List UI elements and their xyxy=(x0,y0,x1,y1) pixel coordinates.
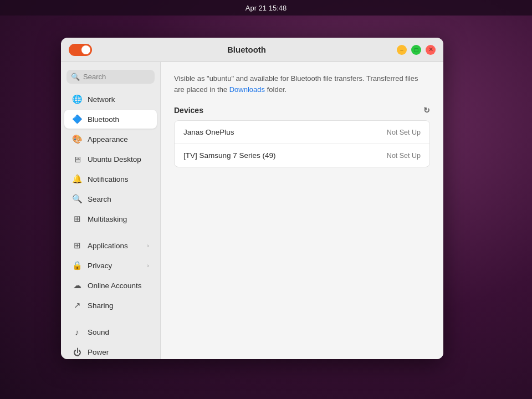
applications-icon: ⊞ xyxy=(72,241,82,250)
info-text-before-link: Visible as "ubuntu" and available for Bl… xyxy=(174,74,418,94)
device-status-1: Not Set Up xyxy=(387,152,421,160)
downloads-link[interactable]: Downloads xyxy=(229,85,265,94)
sidebar-item-bluetooth[interactable]: 🔷 Bluetooth xyxy=(64,110,157,129)
device-name-1: [TV] Samsung 7 Series (49) xyxy=(183,151,276,160)
device-name-0: Janas OnePlus xyxy=(183,128,234,136)
appearance-icon: 🎨 xyxy=(72,134,82,144)
sidebar-item-search[interactable]: 🔍 Search xyxy=(64,190,157,208)
info-paragraph: Visible as "ubuntu" and available for Bl… xyxy=(174,73,430,95)
bluetooth-icon: 🔷 xyxy=(72,114,82,124)
sidebar-item-privacy[interactable]: 🔒 Privacy › xyxy=(64,256,157,275)
taskbar-datetime: Apr 21 15:48 xyxy=(245,4,287,12)
ubuntu-desktop-icon: 🖥 xyxy=(72,154,82,164)
chevron-right-icon: › xyxy=(147,242,149,249)
maximize-button[interactable]: □ xyxy=(411,45,421,55)
search-icon: 🔍 xyxy=(71,73,80,81)
power-icon: ⏻ xyxy=(72,347,82,357)
sidebar-item-multitasking[interactable]: ⊞ Multitasking xyxy=(64,209,157,228)
search-input[interactable] xyxy=(83,73,150,81)
sidebar-item-notifications[interactable]: 🔔 Notifications xyxy=(64,170,157,188)
sidebar-item-ubuntu-desktop[interactable]: 🖥 Ubuntu Desktop xyxy=(64,150,157,168)
sound-icon: ♪ xyxy=(72,327,82,337)
sidebar-item-sharing[interactable]: ↗ Sharing xyxy=(64,296,157,315)
window-title: Bluetooth xyxy=(96,45,397,54)
main-content: Visible as "ubuntu" and available for Bl… xyxy=(161,62,443,359)
sidebar-item-power[interactable]: ⏻ Power xyxy=(64,342,157,359)
sharing-icon: ↗ xyxy=(72,300,82,310)
network-icon: 🌐 xyxy=(72,94,82,104)
search-bar[interactable]: 🔍 xyxy=(66,70,155,84)
search-sidebar-icon: 🔍 xyxy=(72,194,82,204)
devices-list: Janas OnePlus Not Set Up [TV] Samsung 7 … xyxy=(174,120,430,167)
notifications-icon: 🔔 xyxy=(72,174,82,184)
titlebar-controls: − □ ✕ xyxy=(397,45,436,55)
online-accounts-icon: ☁ xyxy=(72,280,82,290)
devices-section-title: Devices ↻ xyxy=(174,106,430,115)
device-row-1[interactable]: [TV] Samsung 7 Series (49) Not Set Up xyxy=(175,144,429,167)
sidebar-item-online-accounts[interactable]: ☁ Online Accounts xyxy=(64,276,157,295)
minimize-button[interactable]: − xyxy=(397,45,407,55)
sidebar-item-appearance[interactable]: 🎨 Appearance xyxy=(64,130,157,149)
multitasking-icon: ⊞ xyxy=(72,214,82,224)
device-status-0: Not Set Up xyxy=(387,129,421,136)
refresh-icon[interactable]: ↻ xyxy=(423,106,430,115)
privacy-icon: 🔒 xyxy=(72,260,82,270)
chevron-right-icon-2: › xyxy=(147,262,149,269)
bluetooth-toggle[interactable] xyxy=(69,44,92,56)
window-body: 🔍 🌐 Network 🔷 Bluetooth 🎨 Appearance 🖥 U… xyxy=(61,62,443,359)
sidebar-item-sound[interactable]: ♪ Sound xyxy=(64,323,157,341)
titlebar-left xyxy=(69,44,96,56)
info-text-after-link: folder. xyxy=(265,85,287,94)
sidebar: 🔍 🌐 Network 🔷 Bluetooth 🎨 Appearance 🖥 U… xyxy=(61,62,161,359)
taskbar: Apr 21 15:48 xyxy=(0,0,532,16)
settings-window: Bluetooth − □ ✕ 🔍 🌐 Network 🔷 Bluetooth … xyxy=(61,38,443,359)
device-row-0[interactable]: Janas OnePlus Not Set Up xyxy=(175,121,429,144)
close-button[interactable]: ✕ xyxy=(426,45,436,55)
titlebar: Bluetooth − □ ✕ xyxy=(61,38,443,62)
sidebar-item-network[interactable]: 🌐 Network xyxy=(64,90,157,109)
sidebar-item-applications[interactable]: ⊞ Applications › xyxy=(64,236,157,255)
